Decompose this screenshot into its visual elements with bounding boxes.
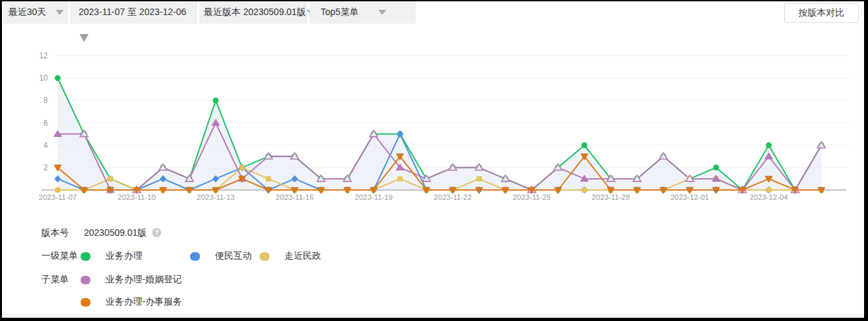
version-number-label: 版本号 bbox=[41, 227, 69, 239]
svg-text:2: 2 bbox=[43, 163, 48, 172]
primary-menu-legend-row: 一级菜单 业务办理 便民互动 走近民政 bbox=[2, 250, 864, 263]
svg-text:12: 12 bbox=[39, 51, 49, 60]
version-dropdown-label: 最近版本 20230509.01版 bbox=[204, 7, 306, 18]
version-number-value: 20230509.01版 bbox=[84, 227, 147, 239]
legend-dot-icon bbox=[81, 276, 90, 284]
help-icon[interactable]: ? bbox=[152, 228, 161, 237]
svg-text:2023-11-16: 2023-11-16 bbox=[276, 193, 314, 201]
legend-dot-icon bbox=[81, 252, 90, 261]
filter-bar: 最近30天 2023-11-07 至 2023-12-06 最近版本 20230… bbox=[2, 1, 864, 24]
svg-text:2023-11-07: 2023-11-07 bbox=[39, 193, 77, 201]
dashboard-panel: 最近30天 2023-11-07 至 2023-12-06 最近版本 20230… bbox=[2, 1, 864, 318]
chevron-down-icon bbox=[56, 10, 64, 15]
svg-text:4: 4 bbox=[43, 141, 48, 150]
version-dropdown[interactable]: 最近版本 20230509.01版 bbox=[199, 1, 307, 24]
chevron-down-icon bbox=[378, 10, 386, 15]
legend-item-zoujinminzheng[interactable]: 走近民政 bbox=[260, 250, 321, 262]
svg-text:2023-12-04: 2023-12-04 bbox=[749, 193, 788, 201]
legend-item-bianminhudong[interactable]: 便民互动 bbox=[190, 250, 252, 262]
legend-dot-icon bbox=[260, 252, 269, 261]
version-row: 版本号 20230509.01版 ? bbox=[2, 227, 864, 240]
sub-menu-legend-row-2: 业务办理-办事服务 bbox=[2, 296, 864, 309]
svg-text:2023-11-25: 2023-11-25 bbox=[513, 193, 551, 201]
legend-item-hunyindengji[interactable]: 业务办理-婚姻登记 bbox=[81, 274, 182, 286]
legend-item-yewubanli[interactable]: 业务办理 bbox=[81, 250, 142, 262]
date-range-preset-dropdown[interactable]: 最近30天 bbox=[3, 1, 68, 24]
top5-menu-dropdown[interactable]: Top5菜单 bbox=[309, 1, 416, 24]
legend-dot-icon bbox=[81, 298, 90, 307]
sub-menu-label: 子菜单 bbox=[41, 274, 69, 286]
svg-text:2023-11-22: 2023-11-22 bbox=[434, 193, 472, 201]
sub-menu-legend-row: 子菜单 业务办理-婚姻登记 bbox=[2, 274, 864, 287]
legend-dot-icon bbox=[190, 252, 200, 261]
top5-menu-label: Top5菜单 bbox=[321, 7, 359, 18]
divider bbox=[2, 314, 864, 315]
primary-menu-label: 一级菜单 bbox=[41, 250, 78, 262]
date-range-display[interactable]: 2023-11-07 至 2023-12-06 bbox=[70, 1, 197, 24]
compare-by-version-button[interactable]: 按版本对比 bbox=[784, 3, 859, 23]
svg-text:2023-11-28: 2023-11-28 bbox=[592, 193, 630, 201]
svg-text:8: 8 bbox=[43, 96, 48, 105]
date-range-preset-label: 最近30天 bbox=[9, 7, 47, 18]
filter-group: 最近30天 2023-11-07 至 2023-12-06 最近版本 20230… bbox=[3, 1, 416, 24]
legend-item-banshifuwu[interactable]: 业务办理-办事服务 bbox=[81, 296, 182, 308]
svg-text:2023-11-10: 2023-11-10 bbox=[118, 193, 156, 201]
svg-text:2023-11-13: 2023-11-13 bbox=[197, 193, 235, 201]
line-chart[interactable]: 246810122023-11-072023-11-102023-11-1320… bbox=[2, 31, 864, 206]
svg-text:10: 10 bbox=[39, 73, 49, 83]
date-range-text: 2023-11-07 至 2023-12-06 bbox=[79, 7, 186, 18]
svg-text:2023-12-01: 2023-12-01 bbox=[671, 193, 709, 201]
svg-text:6: 6 bbox=[43, 119, 48, 128]
svg-text:2023-11-19: 2023-11-19 bbox=[355, 193, 393, 201]
